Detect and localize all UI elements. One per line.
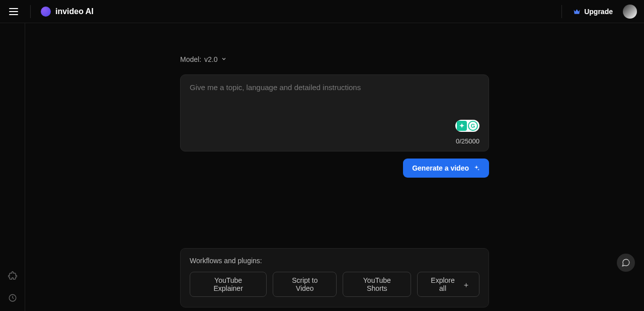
avatar[interactable] [623, 5, 637, 19]
workflows-title: Workflows and plugins: [190, 257, 479, 265]
history-sidebar-button[interactable] [8, 293, 18, 303]
brand-name: invideo AI [55, 7, 94, 16]
grammarly-badge[interactable]: ✦ G [455, 120, 479, 132]
prompt-box: ✦ G 0/25000 [180, 74, 489, 151]
plugins-sidebar-button[interactable] [8, 271, 18, 281]
workflow-chip-script-to-video[interactable]: Script to Video [273, 272, 337, 297]
header: invideo AI Upgrade [0, 0, 644, 23]
model-selector[interactable]: Model: v2.0 [180, 55, 489, 63]
sidebar [0, 23, 25, 311]
workflow-chips: YouTube Explainer Script to Video YouTub… [190, 272, 479, 297]
model-value: v2.0 [204, 55, 217, 63]
main-content: Model: v2.0 ✦ G 0/25000 Generate a video… [25, 23, 644, 311]
plus-icon: ＋ [462, 281, 470, 288]
hamburger-menu-button[interactable] [7, 6, 20, 17]
grammarly-circle-icon: G [468, 121, 478, 131]
brand-logo[interactable]: invideo AI [41, 7, 94, 17]
chip-label: Script to Video [282, 276, 327, 292]
chevron-down-icon [221, 55, 227, 63]
generate-row: Generate a video [180, 159, 489, 178]
workflow-chip-youtube-explainer[interactable]: YouTube Explainer [190, 272, 267, 297]
upgrade-label: Upgrade [584, 8, 613, 16]
model-prefix: Model: [180, 55, 201, 63]
upgrade-button[interactable]: Upgrade [573, 8, 613, 16]
logo-icon [41, 7, 51, 17]
divider [561, 5, 562, 18]
header-right: Upgrade [560, 5, 637, 19]
grammarly-icon: ✦ [457, 121, 467, 131]
chat-support-button[interactable] [617, 254, 635, 272]
explore-label: Explore all [427, 276, 459, 292]
chip-label: YouTube Explainer [199, 276, 257, 292]
sparkle-icon [473, 165, 480, 172]
crown-icon [573, 9, 581, 15]
prompt-input[interactable] [190, 83, 479, 133]
generate-video-button[interactable]: Generate a video [403, 159, 489, 178]
workflow-chip-youtube-shorts[interactable]: YouTube Shorts [343, 272, 411, 297]
prompt-footer: 0/25000 [190, 137, 479, 145]
chip-label: YouTube Shorts [352, 276, 401, 292]
divider [30, 5, 31, 18]
generate-label: Generate a video [412, 164, 469, 172]
char-count: 0/25000 [456, 137, 479, 145]
explore-all-button[interactable]: Explore all ＋ [417, 272, 479, 297]
header-left: invideo AI [7, 5, 94, 18]
workflows-panel: Workflows and plugins: YouTube Explainer… [180, 248, 489, 307]
